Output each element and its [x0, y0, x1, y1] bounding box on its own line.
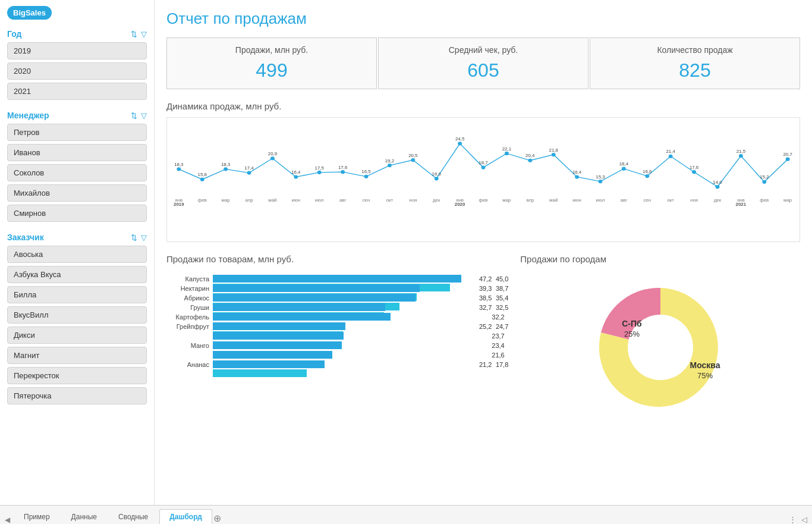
svg-point-24: [458, 142, 462, 145]
year-item-2020[interactable]: 2020: [7, 62, 147, 80]
add-tab-button[interactable]: ⊕: [213, 513, 221, 524]
bottom-row: Продажи по товарам, млн руб. Капуста47,2…: [166, 254, 800, 425]
bar-label: Ананас: [166, 361, 209, 368]
svg-text:18,7: 18,7: [479, 161, 487, 166]
svg-point-32: [552, 153, 556, 156]
bar-fill-primary: [213, 275, 461, 283]
svg-point-38: [622, 167, 626, 171]
svg-point-0: [177, 167, 181, 171]
bar-row: 21,6: [166, 351, 508, 359]
customer-item-vkusvill[interactable]: ВкусВилл: [7, 306, 147, 324]
bar-label: Груши: [166, 304, 209, 311]
tab-svodnie[interactable]: Сводные: [108, 509, 158, 524]
svg-point-22: [435, 177, 439, 180]
customer-sort-icon[interactable]: ⇅: [131, 233, 137, 242]
year-filter-icons: ⇅ ▽: [131, 30, 147, 39]
year-sort-icon[interactable]: ⇅: [131, 30, 137, 39]
svg-text:21,4: 21,4: [666, 149, 675, 155]
logo: BigSales: [7, 6, 52, 20]
pie-chart-title: Продажи по городам: [520, 254, 800, 264]
svg-text:20,7: 20,7: [783, 152, 792, 158]
bar-value: 32,2: [492, 313, 508, 321]
svg-text:21,8: 21,8: [549, 148, 558, 153]
svg-text:июл: июл: [315, 197, 324, 203]
svg-text:16,4: 16,4: [291, 170, 300, 175]
svg-point-2: [200, 178, 204, 181]
customer-filter-icon[interactable]: ▽: [141, 233, 147, 242]
svg-text:фев: фев: [198, 197, 207, 203]
customer-filter-icons: ⇅ ▽: [131, 233, 147, 242]
svg-text:18,4: 18,4: [619, 162, 628, 167]
tab-nav-icon[interactable]: ◁: [801, 515, 807, 524]
bar-fill-primary: [213, 341, 342, 349]
customer-item-billa[interactable]: Билла: [7, 286, 147, 303]
customer-item-diksi[interactable]: Дикси: [7, 327, 147, 344]
customer-item-perekrestok[interactable]: Перекресток: [7, 367, 147, 384]
kpi-count-value: 825: [600, 59, 790, 81]
logo-box: BigSales: [7, 6, 147, 20]
kpi-count-label: Количество продаж: [600, 45, 790, 55]
year-item-2019[interactable]: 2019: [7, 42, 147, 59]
kpi-row: Продажи, млн руб. 499 Средний чек, руб. …: [166, 37, 800, 89]
svg-text:17,6: 17,6: [690, 165, 698, 170]
svg-text:май: май: [268, 197, 276, 203]
customer-item-pyatyorochka[interactable]: Пятерочка: [7, 387, 147, 404]
svg-text:2019: 2019: [174, 202, 184, 207]
tab-dashboard[interactable]: Дашборд: [159, 509, 212, 524]
svg-text:май: май: [549, 197, 558, 203]
bar-chart-title: Продажи по товарам, млн руб.: [166, 254, 508, 264]
svg-text:21,5: 21,5: [737, 149, 745, 154]
customer-item-azbuka[interactable]: Азбука Вкуса: [7, 266, 147, 283]
bar-label: Капуста: [166, 275, 209, 283]
tab-dannye[interactable]: Данные: [61, 509, 107, 524]
customer-item-avoska[interactable]: Авоська: [7, 246, 147, 263]
manager-sort-icon[interactable]: ⇅: [131, 111, 137, 120]
svg-point-20: [411, 158, 415, 162]
kpi-sales: Продажи, млн руб. 499: [166, 37, 377, 89]
svg-point-6: [247, 171, 251, 174]
year-filter-section: Год ⇅ ▽ 2019 2020 2021: [7, 29, 147, 100]
bar-fill-primary: [213, 303, 385, 311]
svg-point-18: [388, 164, 392, 167]
svg-text:апр: апр: [246, 197, 253, 203]
manager-item-petrov[interactable]: Петров: [7, 124, 147, 141]
bar-track: [213, 322, 476, 330]
svg-text:24,5: 24,5: [455, 136, 464, 142]
svg-text:17,5: 17,5: [315, 165, 324, 171]
manager-item-smirnov[interactable]: Смирнов: [7, 205, 147, 222]
manager-item-mikhailov[interactable]: Михайлов: [7, 184, 147, 202]
year-item-2021[interactable]: 2021: [7, 83, 147, 100]
year-filter-title: Год: [7, 29, 22, 39]
pie-label-spb: С-Пб: [622, 319, 642, 328]
customer-item-magnit[interactable]: Магнит: [7, 347, 147, 364]
svg-text:22,1: 22,1: [502, 146, 511, 152]
svg-text:мар: мар: [222, 197, 230, 203]
svg-text:17,4: 17,4: [244, 166, 253, 171]
year-filter-icon[interactable]: ▽: [141, 30, 147, 39]
bar-track: [213, 303, 476, 311]
manager-filter-icon[interactable]: ▽: [141, 111, 147, 120]
bar-value-secondary: 38,7: [496, 285, 508, 292]
bar-fill-primary: [213, 332, 344, 340]
tab-menu-icon[interactable]: ⋮: [789, 515, 797, 524]
svg-point-34: [575, 175, 579, 178]
svg-point-48: [739, 154, 743, 158]
svg-text:16,4: 16,4: [572, 170, 581, 175]
svg-text:18,3: 18,3: [174, 162, 183, 167]
svg-point-16: [364, 175, 369, 178]
manager-item-ivanov[interactable]: Иванов: [7, 144, 147, 161]
manager-item-sokolov[interactable]: Соколов: [7, 164, 147, 181]
svg-text:сен: сен: [643, 197, 651, 203]
line-chart-svg: 18,315,818,317,420,916,417,517,616,519,2…: [173, 124, 794, 219]
customer-filter-items: Авоська Азбука Вкуса Билла ВкусВилл Дикс…: [7, 246, 147, 404]
pie-chart-svg: С-Пб 25% Москва 75%: [571, 270, 750, 425]
tab-primer[interactable]: Пример: [14, 509, 60, 524]
svg-point-4: [224, 167, 228, 171]
svg-text:15,8: 15,8: [198, 172, 207, 178]
year-filter-items: 2019 2020 2021: [7, 42, 147, 100]
bar-track: [213, 313, 489, 321]
svg-text:июн: июн: [291, 197, 300, 203]
nav-left-arrow[interactable]: ◀: [5, 516, 10, 524]
customer-filter-section: Заказчик ⇅ ▽ Авоська Азбука Вкуса Билла …: [7, 233, 147, 404]
svg-point-30: [528, 159, 532, 162]
